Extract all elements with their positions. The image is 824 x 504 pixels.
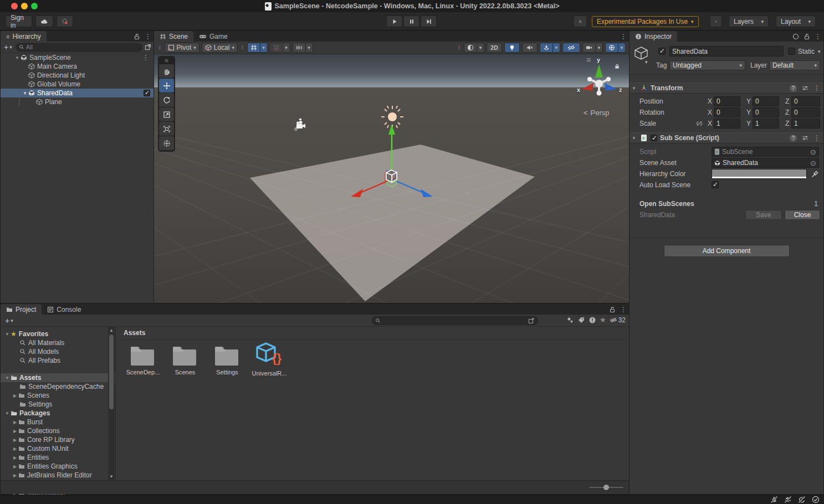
position-y-field[interactable]	[753, 96, 779, 106]
scene-asset-field[interactable]: SharedData ⊙	[712, 158, 819, 168]
tree-item-favorites[interactable]: ▼ ★ Favorites	[1, 330, 115, 338]
auto-load-checkbox[interactable]	[712, 181, 719, 188]
debug-circle-icon[interactable]	[792, 33, 799, 40]
foldout-icon[interactable]: ▶	[12, 420, 18, 425]
pause-button[interactable]	[403, 16, 419, 27]
pivot-mode-dropdown[interactable]: Pivot▾	[165, 43, 199, 53]
tree-item-assets[interactable]: ▼ Assets	[1, 373, 115, 382]
alert-icon[interactable]	[588, 316, 596, 324]
slider-thumb[interactable]	[603, 485, 609, 490]
static-dropdown-caret[interactable]: ▾	[818, 49, 821, 54]
rotation-x-field[interactable]	[714, 107, 740, 117]
tab-game[interactable]: Game	[193, 31, 233, 42]
toolbar-grip[interactable]: ‖	[240, 44, 245, 51]
component-menu-icon[interactable]: ⋮	[813, 134, 820, 142]
check-circle-icon[interactable]	[812, 496, 820, 503]
foldout-icon[interactable]: ▼	[4, 332, 11, 337]
gameobject-cube-icon[interactable]	[634, 46, 648, 60]
snap-increment-button[interactable]	[293, 43, 306, 53]
handle-rotation-dropdown[interactable]: Local▾	[202, 43, 238, 53]
foldout-icon[interactable]: ▶	[12, 446, 18, 451]
grid-options-dropdown[interactable]: ▾	[260, 43, 268, 53]
projection-toggle[interactable]: < Persp	[584, 109, 610, 117]
hierarchy-item-main-camera[interactable]: Main Camera	[1, 62, 153, 71]
bug-slash-icon[interactable]	[770, 496, 778, 503]
scroll-up-icon[interactable]: ▲	[108, 328, 115, 333]
audio-mute-toggle[interactable]	[522, 43, 538, 53]
tree-item-all-prefabs[interactable]: All Prefabs	[1, 356, 115, 365]
tree-item-packages[interactable]: ▼ Packages	[1, 409, 115, 418]
undo-history-button[interactable]	[574, 16, 587, 27]
camera-gizmo[interactable]	[295, 119, 305, 130]
close-button[interactable]: Close	[785, 210, 820, 220]
transform-tool-button[interactable]	[159, 136, 174, 150]
tag-dropdown[interactable]: Untagged▾	[669, 60, 745, 70]
scale-tool-button[interactable]	[159, 107, 174, 121]
hierarchy-item-global-volume[interactable]: Global Volume	[1, 80, 153, 89]
layout-dropdown[interactable]: Layout ▾	[776, 16, 816, 27]
move-tool-button[interactable]	[159, 79, 174, 92]
directional-light-gizmo[interactable]	[381, 106, 403, 128]
cloud-services-button[interactable]	[35, 16, 53, 27]
orientation-gizmo[interactable]	[581, 64, 617, 96]
object-picker-icon[interactable]: ⊙	[810, 159, 816, 167]
foldout-icon[interactable]: ▶	[12, 455, 18, 460]
icon-picker-caret[interactable]: ▾	[645, 59, 648, 65]
foldout-icon[interactable]: ▶	[12, 464, 18, 469]
tree-item-burst[interactable]: ▶ Burst	[1, 418, 115, 426]
tree-item-custom-nunit[interactable]: ▶ Custom NUnit	[1, 444, 115, 453]
rotate-tool-button[interactable]	[159, 93, 174, 107]
gizmo-y-cone[interactable]	[595, 64, 603, 78]
rect-tool-button[interactable]	[159, 122, 174, 136]
scene-viewport[interactable]: y x z < Persp ≡ ≡	[154, 54, 629, 303]
rotation-z-field[interactable]	[791, 107, 820, 117]
subscene-loaded-checkbox[interactable]	[144, 90, 150, 96]
hierarchy-item-shareddata[interactable]: ▼ SharedData	[1, 89, 153, 97]
gizmos-toggle[interactable]	[605, 43, 618, 53]
label-tag-icon[interactable]	[577, 316, 585, 324]
layers-dropdown[interactable]: Layers ▾	[729, 16, 769, 27]
color-swatch[interactable]	[712, 169, 807, 179]
hierarchy-item-directional-light[interactable]: Directional Light	[1, 71, 153, 80]
thumbnail-size-slider[interactable]	[589, 487, 623, 488]
asset-tile-scenedependencycache[interactable]: SceneDep...	[124, 344, 162, 376]
scroll-down-icon[interactable]: ▼	[108, 474, 115, 479]
tree-item-jetbrains-rider-editor[interactable]: ▶ JetBrains Rider Editor	[1, 471, 115, 480]
favorites-star-icon[interactable]: ★	[600, 316, 606, 324]
step-button[interactable]	[421, 16, 437, 27]
scene-lighting-toggle[interactable]	[504, 43, 520, 53]
scale-x-field[interactable]	[714, 119, 740, 128]
hierarchy-search[interactable]	[16, 43, 142, 52]
unlock-icon[interactable]	[609, 306, 616, 313]
constrain-proportions-icon[interactable]	[696, 120, 703, 127]
foldout-icon[interactable]: ▼	[22, 91, 28, 96]
asset-tile-settings[interactable]: Settings	[208, 344, 247, 376]
object-picker-icon[interactable]: ⊙	[810, 148, 816, 156]
component-menu-icon[interactable]: ⋮	[813, 84, 820, 92]
hand-tool-button[interactable]	[159, 64, 174, 78]
script-field[interactable]: # SubScene ⊙	[712, 147, 819, 157]
gizmo-z-cone[interactable]	[605, 83, 617, 91]
asset-grid[interactable]: Assets SceneDep... Scenes Settings	[116, 327, 629, 480]
sign-in-button[interactable]: Sign in	[6, 16, 32, 27]
add-component-button[interactable]: Add Component	[664, 245, 790, 257]
foldout-icon[interactable]: ▶	[12, 473, 18, 478]
foldout-icon[interactable]: ▶	[12, 393, 18, 398]
snap-increment-dropdown[interactable]: ▾	[306, 43, 313, 53]
play-button[interactable]	[386, 16, 402, 27]
save-button[interactable]: Save	[745, 210, 782, 220]
snap-toggle[interactable]	[270, 43, 283, 53]
tab-console[interactable]: Console	[42, 304, 86, 315]
tab-inspector[interactable]: Inspector	[629, 31, 677, 42]
scene-menu-icon[interactable]: ⋮	[620, 33, 627, 40]
layers-slash-icon[interactable]	[784, 496, 792, 503]
position-z-field[interactable]	[791, 96, 820, 106]
camera-settings-button[interactable]	[582, 43, 596, 53]
scale-y-field[interactable]	[753, 119, 779, 128]
presets-icon[interactable]	[802, 135, 808, 141]
tab-project[interactable]: Project	[1, 304, 42, 315]
search-button[interactable]	[710, 16, 722, 27]
project-search[interactable]	[372, 316, 538, 325]
transform-component-header[interactable]: ▼ Transform ? ⋮	[629, 83, 823, 94]
unlock-icon[interactable]	[134, 33, 140, 40]
